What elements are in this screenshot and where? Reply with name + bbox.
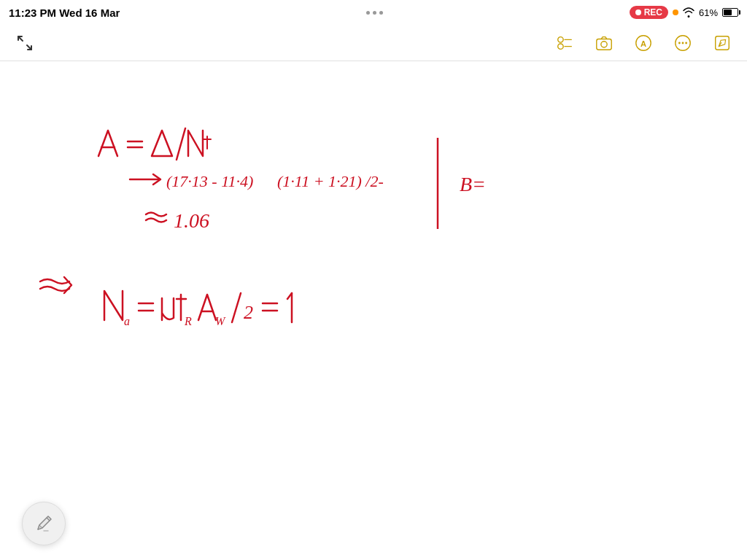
svg-point-7 xyxy=(601,41,607,47)
camera-button[interactable] xyxy=(591,30,617,56)
dot-2 xyxy=(373,11,376,15)
checklist-button[interactable] xyxy=(551,30,578,56)
svg-rect-6 xyxy=(597,39,611,50)
markup-icon: A xyxy=(634,34,653,52)
record-indicator: REC xyxy=(630,6,668,19)
battery-fill xyxy=(724,9,732,15)
svg-point-11 xyxy=(678,42,681,44)
svg-rect-14 xyxy=(716,36,729,50)
toolbar-left xyxy=(12,30,38,56)
svg-text:1.06: 1.06 xyxy=(174,209,209,232)
status-bar: 11:23 PM Wed 16 Mar REC 61% xyxy=(0,0,747,25)
orange-dot xyxy=(673,9,678,15)
more-icon xyxy=(673,34,692,52)
svg-text:R: R xyxy=(184,315,192,327)
pencil-tool-button[interactable] xyxy=(22,502,66,545)
toolbar: A xyxy=(0,25,747,61)
math-content: (17·13 - 11·4) (1·11 + 1·21) /2- 1.06 B=… xyxy=(0,61,747,560)
svg-point-13 xyxy=(685,42,687,44)
svg-point-2 xyxy=(558,36,563,42)
status-dots xyxy=(366,11,383,15)
svg-text:(17·13 - 11·4): (17·13 - 11·4) xyxy=(166,172,253,190)
dot-1 xyxy=(366,11,370,15)
wifi-icon xyxy=(683,7,694,18)
more-button[interactable] xyxy=(670,30,696,56)
toolbar-right: A xyxy=(551,30,735,56)
svg-line-35 xyxy=(232,293,241,322)
svg-point-3 xyxy=(558,43,563,48)
battery-icon xyxy=(722,8,738,17)
record-dot xyxy=(635,9,641,15)
pencil-icon xyxy=(34,513,54,534)
canvas-area[interactable]: (17·13 - 11·4) (1·11 + 1·21) /2- 1.06 B=… xyxy=(0,61,747,560)
edit-button[interactable] xyxy=(709,30,735,56)
svg-text:B=: B= xyxy=(460,173,486,195)
svg-text:W: W xyxy=(215,315,226,327)
dot-3 xyxy=(379,11,383,15)
shrink-icon xyxy=(16,34,34,52)
svg-text:2: 2 xyxy=(244,302,253,323)
svg-text:A: A xyxy=(640,39,646,47)
status-right: REC 61% xyxy=(630,6,738,19)
status-time: 11:23 PM Wed 16 Mar xyxy=(9,7,120,19)
svg-point-12 xyxy=(682,42,684,44)
svg-text:a: a xyxy=(124,315,130,327)
camera-icon xyxy=(595,34,614,52)
minimize-button[interactable] xyxy=(12,30,38,56)
markup-button[interactable]: A xyxy=(630,30,657,56)
battery-percentage: 61% xyxy=(699,7,718,18)
edit-icon xyxy=(713,34,732,52)
svg-line-20 xyxy=(177,128,185,160)
svg-text:(1·11 + 1·21) /2-: (1·11 + 1·21) /2- xyxy=(277,172,384,190)
record-text: REC xyxy=(644,7,662,18)
checklist-icon xyxy=(555,34,574,52)
